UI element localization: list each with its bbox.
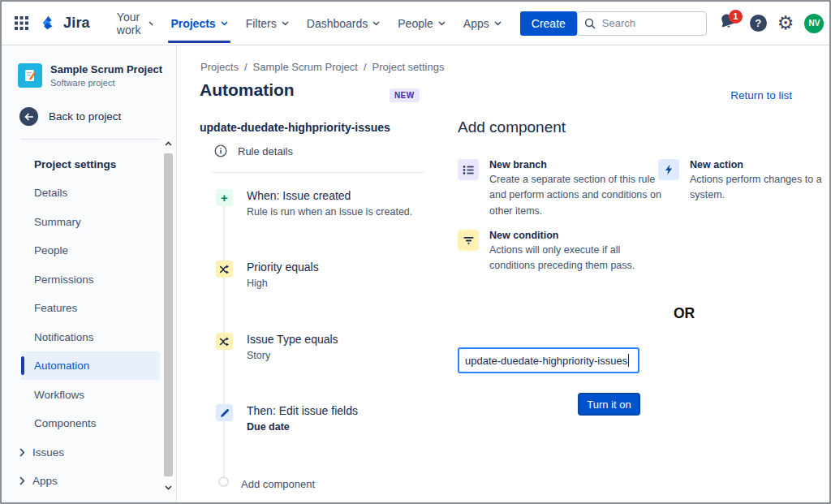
new-badge: NEW bbox=[390, 88, 420, 102]
component-title: New branch bbox=[489, 159, 666, 170]
filter-lines-icon bbox=[458, 230, 479, 251]
step-title: Then: Edit issue fields bbox=[247, 404, 358, 417]
search-input[interactable] bbox=[602, 17, 700, 29]
rule-name-input[interactable]: update-duedate-highpriority-issues bbox=[458, 347, 639, 373]
brand-name: Jira bbox=[63, 15, 90, 32]
chevron-down-icon bbox=[282, 21, 289, 26]
app-switcher-icon[interactable] bbox=[15, 13, 28, 34]
component-text: New action Actions perform changes to a … bbox=[690, 159, 831, 204]
nav-people[interactable]: People bbox=[389, 2, 454, 45]
grid-dots-icon bbox=[15, 16, 28, 30]
nav-projects-label: Projects bbox=[170, 17, 215, 30]
scroll-up-arrow-icon[interactable] bbox=[162, 137, 174, 150]
nav-apps-label: Apps bbox=[463, 17, 489, 30]
component-title: New action bbox=[690, 159, 831, 170]
project-header-text: Sample Scrum Project Software project bbox=[50, 63, 162, 88]
step-subtitle: Story bbox=[247, 350, 338, 361]
rule-step-text: Priority equals High bbox=[247, 261, 319, 289]
nav-people-label: People bbox=[398, 17, 433, 30]
scroll-down-arrow-icon[interactable] bbox=[162, 481, 174, 494]
nav-projects[interactable]: Projects bbox=[161, 2, 236, 45]
turn-it-on-button[interactable]: Turn it on bbox=[578, 393, 640, 416]
add-component-link[interactable]: Add component bbox=[241, 478, 315, 490]
component-option-new-condition[interactable]: New condition Actions will only execute … bbox=[458, 230, 666, 274]
add-component-circle-icon[interactable] bbox=[218, 476, 229, 487]
shuffle-condition-icon bbox=[216, 261, 233, 278]
step-title: Issue Type equals bbox=[247, 333, 338, 346]
rule-step-text: Then: Edit issue fields Due date bbox=[247, 404, 358, 433]
sidebar-item-apps[interactable]: Apps bbox=[2, 467, 176, 496]
scrollbar-thumb[interactable] bbox=[164, 153, 173, 476]
help-button[interactable]: ? bbox=[750, 15, 767, 32]
or-label: OR bbox=[674, 305, 695, 322]
active-tab-underline bbox=[168, 41, 230, 43]
breadcrumb-project[interactable]: Sample Scrum Project bbox=[253, 61, 358, 73]
jira-logo[interactable]: Jira bbox=[40, 15, 90, 32]
sidebar-item-components[interactable]: Components bbox=[2, 409, 176, 438]
global-search[interactable] bbox=[577, 11, 707, 36]
nav-dashboards[interactable]: Dashboards bbox=[298, 2, 390, 45]
rule-divider bbox=[213, 172, 424, 173]
return-to-list-link[interactable]: Return to list bbox=[730, 89, 792, 101]
sidebar-scrollbar[interactable] bbox=[162, 137, 174, 494]
breadcrumb-projects[interactable]: Projects bbox=[200, 61, 239, 73]
text-caret bbox=[628, 354, 629, 367]
nav-apps[interactable]: Apps bbox=[454, 2, 510, 45]
plus-trigger-icon: + bbox=[216, 189, 233, 206]
sidebar-item-issues[interactable]: Issues bbox=[2, 437, 176, 467]
component-description: Actions perform changes to a system. bbox=[690, 172, 831, 204]
sidebar-item-summary[interactable]: Summary bbox=[2, 207, 176, 236]
component-text: New branch Create a separate section of … bbox=[489, 159, 666, 219]
settings-gear-icon[interactable]: ⚙ bbox=[777, 14, 794, 32]
create-button[interactable]: Create bbox=[520, 11, 577, 36]
pencil-action-icon bbox=[216, 404, 233, 421]
sidebar-item-workflows[interactable]: Workflows bbox=[2, 380, 176, 409]
sidebar-item-permissions[interactable]: Permissions bbox=[2, 265, 176, 294]
breadcrumb-separator: / bbox=[244, 61, 248, 73]
component-option-new-branch[interactable]: New branch Create a separate section of … bbox=[458, 159, 666, 219]
sidebar-item-people[interactable]: People bbox=[2, 236, 176, 265]
back-to-project-button[interactable]: Back to project bbox=[2, 94, 176, 137]
sidebar-item-details[interactable]: Details bbox=[2, 179, 176, 208]
breadcrumb-separator: / bbox=[364, 61, 367, 73]
project-type: Software project bbox=[50, 78, 162, 88]
primary-nav: Your work Projects Filters Dashboards Pe… bbox=[108, 2, 510, 45]
search-icon bbox=[584, 18, 596, 29]
jira-mark-icon bbox=[40, 15, 58, 32]
rule-step-condition-priority[interactable]: Priority equals High bbox=[216, 261, 319, 289]
rule-step-trigger[interactable]: + When: Issue created Rule is run when a… bbox=[216, 189, 412, 218]
rule-name-title: update-duedate-highpriority-issues bbox=[200, 121, 390, 134]
step-title: Priority equals bbox=[247, 261, 319, 274]
component-option-new-action[interactable]: New action Actions perform changes to a … bbox=[658, 159, 831, 204]
shuffle-condition-icon bbox=[216, 333, 233, 350]
sidebar-item-features[interactable]: Features bbox=[2, 294, 176, 323]
lightning-bolt-icon bbox=[658, 159, 679, 180]
step-subtitle: High bbox=[247, 278, 319, 289]
component-description: Actions will only execute if all conditi… bbox=[489, 243, 666, 274]
breadcrumb: Projects/Sample Scrum Project/Project se… bbox=[200, 61, 444, 73]
step-subtitle: Due date bbox=[247, 421, 358, 433]
sidebar-item-automation-label: Automation bbox=[34, 360, 89, 372]
breadcrumb-project-settings[interactable]: Project settings bbox=[372, 61, 445, 73]
project-header[interactable]: Sample Scrum Project Software project bbox=[2, 45, 176, 94]
component-text: New condition Actions will only execute … bbox=[489, 230, 666, 274]
nav-filters[interactable]: Filters bbox=[237, 2, 298, 45]
main-content: Projects/Sample Scrum Project/Project se… bbox=[177, 45, 829, 502]
chevron-down-icon bbox=[149, 21, 153, 26]
rule-details-button[interactable]: Rule details bbox=[214, 144, 293, 157]
rule-step-action-edit-fields[interactable]: Then: Edit issue fields Due date bbox=[216, 404, 358, 433]
sidebar-item-automation[interactable]: Automation bbox=[21, 351, 160, 381]
step-title: When: Issue created bbox=[247, 189, 412, 202]
chevron-right-icon bbox=[19, 476, 25, 485]
notifications-button[interactable]: 1 bbox=[718, 12, 739, 35]
nav-your-work[interactable]: Your work bbox=[108, 2, 162, 45]
nav-dashboards-label: Dashboards bbox=[307, 17, 368, 30]
rule-step-condition-issuetype[interactable]: Issue Type equals Story bbox=[216, 333, 338, 361]
project-name: Sample Scrum Project bbox=[50, 63, 162, 76]
sidebar-item-notifications[interactable]: Notifications bbox=[2, 322, 176, 351]
rule-step-text: When: Issue created Rule is run when an … bbox=[247, 189, 412, 218]
info-icon bbox=[214, 144, 227, 157]
back-to-project-label: Back to project bbox=[49, 110, 121, 123]
sidebar-item-project-settings: Project settings bbox=[2, 149, 176, 179]
user-avatar[interactable]: NV bbox=[804, 14, 824, 33]
